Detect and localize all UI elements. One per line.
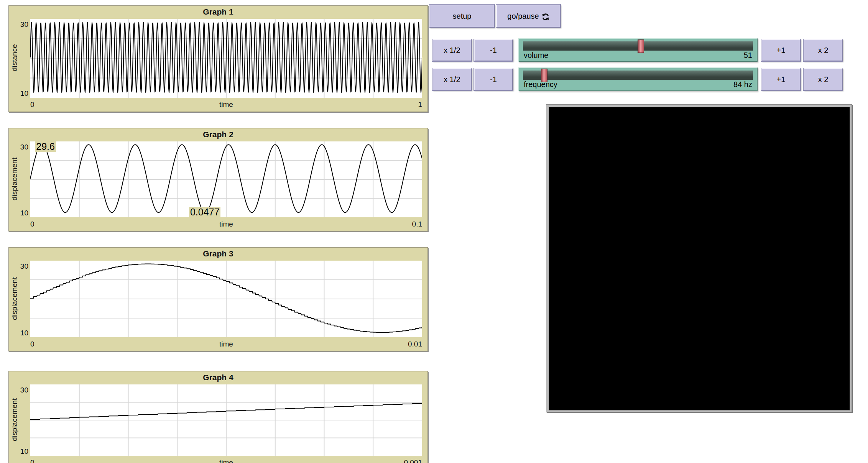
slider-handle[interactable]	[638, 39, 644, 53]
graph-title: Graph 4	[9, 371, 427, 383]
frequency-slider[interactable]: frequency 84 hz	[518, 67, 758, 91]
y-tick-max: 30	[20, 262, 28, 271]
plot-area	[30, 261, 422, 337]
y-tick-min: 10	[20, 209, 28, 217]
world-view[interactable]	[549, 107, 850, 410]
y-axis-label: displacement	[10, 259, 20, 338]
button-label: +1	[777, 46, 786, 55]
plot-region: 30 10	[30, 384, 422, 456]
slider-label: frequency	[524, 80, 557, 89]
y-tick-min: 10	[20, 329, 28, 337]
plot-annotation: 0.0477	[189, 207, 220, 217]
go-pause-button[interactable]: go/pause	[496, 5, 561, 28]
graph-title: Graph 2	[9, 128, 427, 140]
plot-region: 30 10 29.60.0477	[30, 141, 422, 217]
button-label: x 2	[818, 46, 829, 55]
volume-times-two-button[interactable]: x 2	[804, 39, 843, 61]
button-label: x 2	[818, 75, 829, 84]
x-axis: 0 time 0.01	[30, 340, 422, 349]
y-tick-min: 10	[20, 89, 28, 98]
y-axis-label: displacement	[10, 140, 20, 218]
setup-button-label: setup	[453, 12, 472, 21]
button-label: -1	[490, 46, 497, 55]
x-axis-label: time	[30, 100, 422, 109]
frequency-minus-one-button[interactable]: -1	[474, 68, 513, 90]
x-axis: 0 time 0.001	[30, 458, 422, 463]
y-tick-max: 30	[20, 143, 28, 151]
setup-button[interactable]: setup	[429, 5, 495, 28]
plot-area	[30, 141, 422, 217]
x-tick-max: 0.1	[412, 220, 422, 228]
slider-track[interactable]	[523, 41, 753, 51]
y-axis-label: distance	[10, 17, 20, 99]
world-view-frame	[546, 104, 852, 412]
graph-panel-4: Graph 4 displacement 30 10 0 time 0.001	[8, 371, 428, 463]
plot-annotation: 29.6	[35, 141, 56, 152]
button-label: x 1/2	[444, 75, 460, 84]
y-axis-label: displacement	[10, 383, 20, 456]
plot-region: 30 10	[30, 261, 422, 337]
button-label: +1	[777, 75, 786, 84]
y-tick-max: 30	[20, 386, 28, 394]
y-tick-min: 10	[20, 447, 28, 456]
button-label: -1	[490, 75, 497, 84]
x-axis-label: time	[30, 458, 422, 463]
frequency-half-button[interactable]: x 1/2	[432, 68, 472, 90]
volume-plus-one-button[interactable]: +1	[761, 39, 801, 61]
slider-value: 84 hz	[733, 80, 752, 89]
graph-title: Graph 1	[9, 6, 427, 17]
plot-region: 30 10	[30, 19, 422, 98]
frequency-times-two-button[interactable]: x 2	[804, 68, 843, 90]
plot-area	[30, 19, 422, 98]
plot-area	[30, 384, 422, 456]
graph-panel-2: Graph 2 displacement 30 10 29.60.0477 0 …	[8, 128, 428, 232]
x-axis-label: time	[30, 220, 422, 228]
x-tick-max: 0.001	[404, 458, 422, 463]
slider-track[interactable]	[523, 71, 753, 80]
y-tick-max: 30	[20, 20, 28, 29]
button-label: x 1/2	[444, 46, 460, 55]
volume-half-button[interactable]: x 1/2	[432, 39, 472, 61]
graph-title: Graph 3	[9, 248, 427, 259]
volume-slider[interactable]: volume 51	[518, 38, 758, 62]
x-axis-label: time	[30, 340, 422, 348]
graph-panel-3: Graph 3 displacement 30 10 0 time 0.01	[8, 247, 428, 351]
forever-loop-icon	[542, 13, 549, 21]
x-axis: 0 time 1	[30, 100, 422, 110]
slider-value: 51	[744, 51, 752, 60]
volume-minus-one-button[interactable]: -1	[474, 39, 513, 61]
x-tick-max: 1	[418, 100, 422, 109]
graph-panel-1: Graph 1 distance 30 10 0 time 1	[8, 5, 428, 112]
frequency-plus-one-button[interactable]: +1	[761, 68, 801, 90]
x-axis: 0 time 0.1	[30, 220, 422, 229]
go-pause-button-label: go/pause	[507, 12, 539, 21]
x-tick-max: 0.01	[408, 340, 422, 348]
slider-label: volume	[524, 51, 548, 60]
